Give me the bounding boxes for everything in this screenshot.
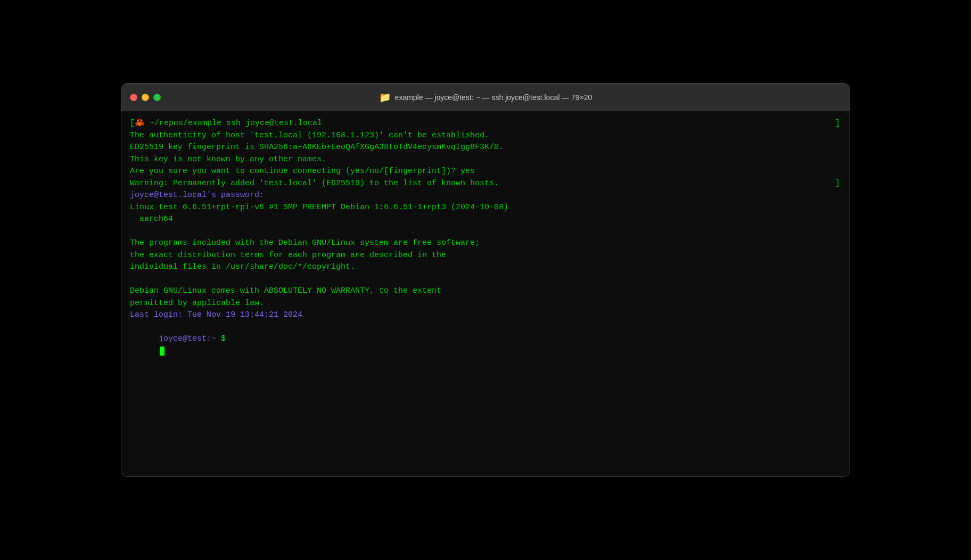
- window-title: example — joyce@test: ~ — ssh joyce@test…: [395, 93, 593, 102]
- folder-icon: 📁: [379, 92, 391, 103]
- terminal-line: joyce@test.local's password:: [130, 190, 841, 202]
- minimize-button[interactable]: [142, 94, 149, 101]
- terminal-line: ED25519 key fingerprint is SHA256:a+A6KE…: [130, 142, 841, 154]
- terminal-line: Are you sure you want to continue connec…: [130, 166, 841, 178]
- terminal-line: the exact distribution terms for each pr…: [130, 250, 841, 262]
- terminal-prompt-symbol: $: [221, 334, 226, 343]
- right-bracket: ]: [835, 118, 841, 130]
- terminal-line: The programs included with the Debian GN…: [130, 237, 841, 250]
- terminal-line: The authenticity of host 'test.local (19…: [130, 130, 841, 142]
- terminal-line: Warning: Permanently added 'test.local' …: [130, 178, 841, 190]
- terminal-cursor[interactable]: [160, 347, 164, 356]
- terminal-text: [🦀 ~/repos/example ssh joyce@test.local: [130, 118, 835, 130]
- terminal-text: Warning: Permanently added 'test.local' …: [130, 178, 835, 190]
- titlebar-center: 📁 example — joyce@test: ~ — ssh joyce@te…: [379, 92, 593, 103]
- close-button[interactable]: [130, 94, 137, 101]
- terminal-line: [🦀 ~/repos/example ssh joyce@test.local …: [130, 118, 841, 130]
- traffic-lights: [130, 94, 161, 101]
- terminal-prompt-user: joyce@test:~: [159, 334, 221, 343]
- terminal-window: 📁 example — joyce@test: ~ — ssh joyce@te…: [121, 83, 850, 477]
- terminal-line: This key is not known by any other names…: [130, 154, 841, 166]
- terminal-line: Last login: Tue Nov 19 13:44:21 2024: [130, 309, 841, 322]
- titlebar: 📁 example — joyce@test: ~ — ssh joyce@te…: [121, 84, 850, 111]
- terminal-line: aarch64: [130, 213, 841, 226]
- terminal-line: individual files in /usr/share/doc/*/cop…: [130, 261, 841, 274]
- maximize-button[interactable]: [153, 94, 161, 101]
- terminal-line: permitted by applicable law.: [130, 298, 841, 310]
- terminal-line-empty: [130, 226, 841, 238]
- terminal-line: Debian GNU/Linux comes with ABSOLUTELY N…: [130, 285, 841, 298]
- terminal-prompt-line: joyce@test:~ $: [130, 322, 841, 369]
- right-bracket: ]: [835, 178, 841, 190]
- terminal-line-empty: [130, 274, 841, 286]
- terminal-line: Linux test 6.6.51+rpt-rpi-v8 #1 SMP PREE…: [130, 202, 841, 214]
- terminal-body[interactable]: [🦀 ~/repos/example ssh joyce@test.local …: [121, 111, 850, 476]
